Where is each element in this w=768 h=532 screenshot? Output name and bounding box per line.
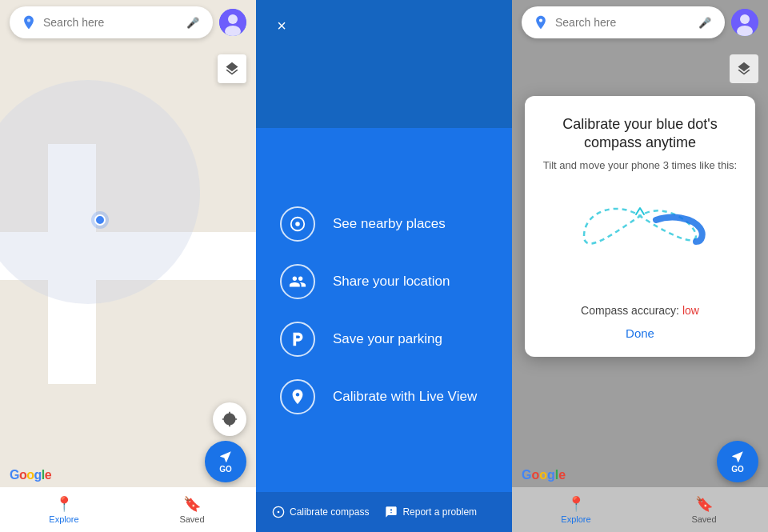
calibrate-subtitle: Tilt and move your phone 3 times like th… <box>541 159 739 171</box>
maps-pin-icon <box>21 14 37 30</box>
close-button[interactable]: × <box>269 13 294 38</box>
svg-point-5 <box>297 393 299 395</box>
explore-icon: 📍 <box>55 495 73 513</box>
menu-top-area: × <box>256 0 512 128</box>
calibrate-search-placeholder: Search here <box>555 16 690 29</box>
my-location-button[interactable] <box>213 402 246 436</box>
calibrate-animation <box>560 184 720 288</box>
go-label: GO <box>219 465 232 474</box>
calibrate-live-view-label: Calibrate with Live View <box>333 389 477 405</box>
calibrate-layers-icon <box>736 61 752 77</box>
accuracy-label: Compass accuracy: <box>581 304 679 317</box>
calibrate-header: Search here 🎤 <box>512 0 768 45</box>
calibrate-explore-icon: 📍 <box>567 495 585 513</box>
location-icon <box>222 411 238 427</box>
save-parking-label: Save your parking <box>333 331 442 347</box>
calibrate-maps-pin-icon <box>533 14 549 30</box>
svg-point-9 <box>740 14 750 24</box>
calibrate-mic-icon[interactable]: 🎤 <box>696 14 714 31</box>
calibrate-compass-item[interactable]: Calibrate compass <box>272 506 369 518</box>
calibrate-saved-tab[interactable]: 🔖 Saved <box>640 489 768 530</box>
context-menu-panel: × See nearby places Share your location <box>256 0 512 532</box>
calibrate-google-logo: Google <box>522 468 566 482</box>
nearby-places-icon <box>280 206 315 242</box>
layers-icon <box>224 61 240 77</box>
calibrate-saved-icon: 🔖 <box>695 495 713 513</box>
saved-tab[interactable]: 🔖 Saved <box>128 489 256 530</box>
calibrate-layers-button[interactable] <box>730 54 758 83</box>
done-container: Done <box>541 326 739 341</box>
calibrate-navigation-icon <box>730 450 745 464</box>
save-parking-item[interactable]: Save your parking <box>280 322 488 357</box>
calibrate-compass-label: Calibrate compass <box>290 506 369 518</box>
calibrate-live-view-icon <box>280 379 315 414</box>
map-footer: 📍 Explore 🔖 Saved <box>0 487 256 532</box>
map-panel: Search here 🎤 Google GO <box>0 0 256 532</box>
report-icon <box>385 506 398 518</box>
calibration-card: Calibrate your blue dot's compass anytim… <box>525 96 755 357</box>
nearby-places-label: See nearby places <box>333 216 446 232</box>
calibrate-user-avatar[interactable] <box>731 9 758 36</box>
navigation-icon <box>218 450 233 464</box>
menu-header: × <box>256 0 512 38</box>
share-location-item[interactable]: Share your location <box>280 264 488 299</box>
compass-icon <box>272 506 285 518</box>
calibrate-title: Calibrate your blue dot's compass anytim… <box>541 115 739 153</box>
calibrate-footer: 📍 Explore 🔖 Saved <box>512 487 768 532</box>
go-button[interactable]: GO <box>205 441 246 482</box>
calibrate-panel: Search here 🎤 Calibrate your blue dot's … <box>512 0 768 532</box>
calibrate-saved-label: Saved <box>691 514 716 524</box>
search-placeholder: Search here <box>43 16 178 29</box>
compass-accuracy-text: Compass accuracy: low <box>541 304 739 317</box>
saved-icon: 🔖 <box>183 495 201 513</box>
report-problem-label: Report a problem <box>402 506 477 518</box>
calibrate-go-button[interactable]: GO <box>717 441 758 482</box>
mic-icon[interactable]: 🎤 <box>184 14 202 31</box>
user-avatar[interactable] <box>219 9 246 36</box>
explore-tab[interactable]: 📍 Explore <box>0 489 128 530</box>
explore-label: Explore <box>49 514 78 524</box>
calibrate-search-bar[interactable]: Search here 🎤 <box>522 6 725 38</box>
share-location-label: Share your location <box>333 274 450 290</box>
menu-footer: Calibrate compass Report a problem <box>256 492 512 532</box>
report-problem-item[interactable]: Report a problem <box>385 506 477 518</box>
figure-eight-svg <box>560 184 720 288</box>
saved-label: Saved <box>179 514 204 524</box>
share-location-icon <box>280 264 315 299</box>
calibrate-explore-tab[interactable]: 📍 Explore <box>512 489 640 530</box>
menu-items-container: See nearby places Share your location Sa… <box>256 128 512 492</box>
svg-point-4 <box>295 222 300 226</box>
done-button[interactable]: Done <box>626 326 654 340</box>
calibrate-explore-label: Explore <box>561 514 590 524</box>
svg-point-7 <box>278 511 280 514</box>
calibrate-live-view-item[interactable]: Calibrate with Live View <box>280 379 488 414</box>
layers-button[interactable] <box>218 54 246 83</box>
save-parking-icon <box>280 322 315 357</box>
svg-point-1 <box>228 14 238 24</box>
google-logo: Google <box>10 468 51 482</box>
map-header: Search here 🎤 <box>0 0 256 45</box>
map-blue-dot <box>94 214 106 226</box>
see-nearby-places-item[interactable]: See nearby places <box>280 206 488 242</box>
calibrate-go-label: GO <box>731 465 744 474</box>
accuracy-value: low <box>682 304 699 317</box>
search-bar[interactable]: Search here 🎤 <box>10 6 213 38</box>
